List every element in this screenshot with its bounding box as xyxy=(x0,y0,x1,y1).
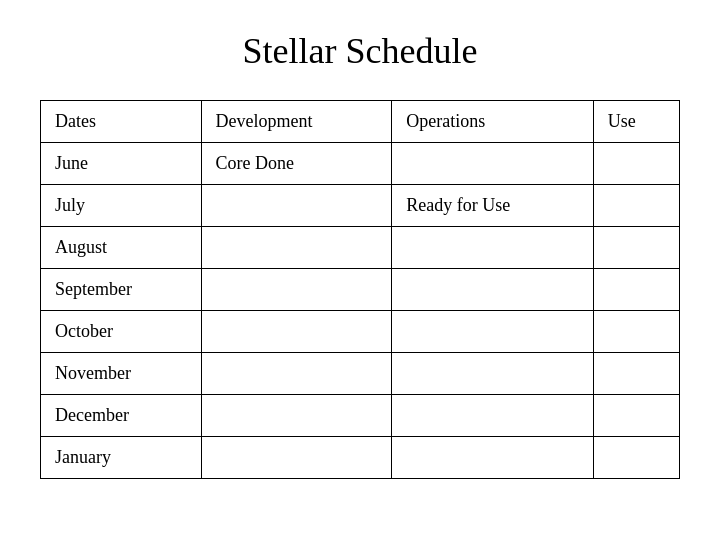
cell-use xyxy=(593,311,679,353)
header-operations: Operations xyxy=(392,101,593,143)
cell-use xyxy=(593,395,679,437)
cell-dates: December xyxy=(41,395,202,437)
table-row: August xyxy=(41,227,680,269)
cell-dates: June xyxy=(41,143,202,185)
table-row: October xyxy=(41,311,680,353)
page-title: Stellar Schedule xyxy=(243,30,478,72)
cell-use xyxy=(593,143,679,185)
cell-development xyxy=(201,227,392,269)
table-row: JulyReady for Use xyxy=(41,185,680,227)
cell-use xyxy=(593,269,679,311)
table-row: September xyxy=(41,269,680,311)
cell-dates: August xyxy=(41,227,202,269)
cell-operations xyxy=(392,227,593,269)
cell-development xyxy=(201,311,392,353)
table-header-row: Dates Development Operations Use xyxy=(41,101,680,143)
cell-development xyxy=(201,185,392,227)
cell-operations: Ready for Use xyxy=(392,185,593,227)
header-dates: Dates xyxy=(41,101,202,143)
schedule-table: Dates Development Operations Use JuneCor… xyxy=(40,100,680,479)
header-development: Development xyxy=(201,101,392,143)
cell-dates: July xyxy=(41,185,202,227)
cell-use xyxy=(593,185,679,227)
cell-operations xyxy=(392,269,593,311)
cell-dates: January xyxy=(41,437,202,479)
table-row: November xyxy=(41,353,680,395)
cell-operations xyxy=(392,395,593,437)
header-use: Use xyxy=(593,101,679,143)
cell-development xyxy=(201,353,392,395)
cell-dates: November xyxy=(41,353,202,395)
cell-use xyxy=(593,437,679,479)
cell-operations xyxy=(392,437,593,479)
cell-development xyxy=(201,395,392,437)
cell-operations xyxy=(392,311,593,353)
cell-use xyxy=(593,227,679,269)
cell-use xyxy=(593,353,679,395)
table-row: JuneCore Done xyxy=(41,143,680,185)
cell-development xyxy=(201,437,392,479)
cell-dates: September xyxy=(41,269,202,311)
cell-operations xyxy=(392,143,593,185)
cell-operations xyxy=(392,353,593,395)
table-row: December xyxy=(41,395,680,437)
cell-development: Core Done xyxy=(201,143,392,185)
table-row: January xyxy=(41,437,680,479)
cell-development xyxy=(201,269,392,311)
cell-dates: October xyxy=(41,311,202,353)
